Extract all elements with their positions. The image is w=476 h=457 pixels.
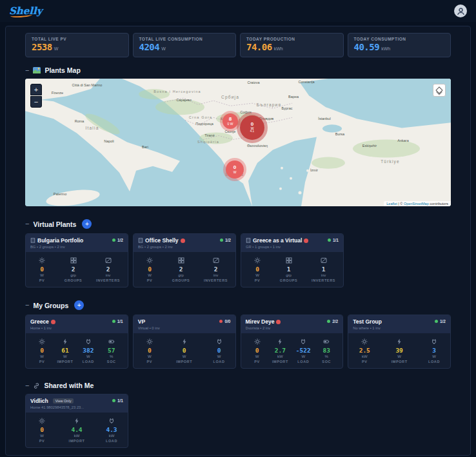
stat-pv: 2.5 kW PV	[356, 338, 373, 364]
stat-inverters: 2 inv INVERTERS	[204, 257, 228, 283]
portfolio-icon	[246, 238, 251, 243]
alert-icon	[276, 320, 281, 324]
shared-card-vidlich[interactable]: VidlichView Only Home 41.98029843578_23.…	[25, 394, 128, 448]
plant-cluster-marker[interactable]: 80 W	[223, 113, 238, 129]
collapse-button[interactable]: −	[25, 220, 29, 228]
groups-icon	[178, 257, 184, 264]
stat-pv: 0 W PV	[34, 257, 50, 283]
card-title: Test Group	[353, 318, 382, 325]
status-dot-icon	[435, 320, 438, 323]
map-thumbnail-icon	[33, 67, 41, 73]
card-subtitle: Dvorista • 2 inv	[246, 326, 281, 330]
map-canvas	[25, 79, 451, 206]
openstreetmap-link[interactable]: OpenStreetMap	[404, 202, 429, 206]
group-card-greece[interactable]: Greece Home • 1 inv 1/1 0 W PV 61 W IMPO…	[25, 315, 128, 369]
add-virtual-plant-button[interactable]: +	[82, 219, 92, 229]
group-card-test-group[interactable]: Test Group No where • 1 inv 1/2 2.5 kW P…	[348, 315, 451, 369]
stat-groups: 1 grp GROUPS	[280, 257, 297, 283]
online-badge: 0/0	[219, 319, 230, 324]
card-header: Office Shelly BG • 2 groups • 2 inv 1/2	[134, 234, 235, 252]
plug-icon	[85, 338, 92, 345]
card-subtitle: Virtual • 0 inv	[138, 326, 160, 330]
group-card-vp[interactable]: VP Virtual • 0 inv 0/0 0 W PV 0 W IMPORT	[133, 315, 236, 369]
card-subtitle: No where • 1 inv	[353, 326, 382, 330]
sun-icon	[146, 257, 153, 264]
plants-map[interactable]: Città di San MarinoFirenzeRomaItaliaNapo…	[25, 79, 451, 206]
stat-pv: 0 W PV	[141, 338, 158, 364]
card-header: Greece Home • 1 inv 1/1	[26, 315, 128, 333]
online-badge: 1/1	[112, 398, 123, 403]
collapse-button[interactable]: −	[25, 382, 29, 389]
virtual-plant-card-greece-as-a-virtual[interactable]: Greece as a Virtual GR • 1 groups • 1 in…	[241, 233, 344, 287]
bolt-icon	[277, 338, 283, 345]
section-virtual-plants-header: − Virtual Plants +	[25, 219, 451, 229]
card-title: Greece	[30, 318, 55, 325]
groups-icon	[70, 257, 77, 264]
stat-import: 4.4 kW IMPORT	[68, 418, 85, 443]
map-layers-button[interactable]	[433, 84, 446, 97]
stat-total-live-consumption: TOTAL LIVE CONSUMPTION 4204W	[133, 33, 237, 57]
inverter-icon	[213, 257, 219, 264]
shared-row: VidlichView Only Home 41.98029843578_23.…	[25, 394, 451, 448]
bolt-icon	[181, 338, 188, 345]
stat-value: 4204W	[139, 41, 230, 53]
card-header: Greece as a Virtual GR • 1 groups • 1 in…	[241, 234, 343, 252]
stat-today-production: TODAY PRODUCTION 74.06kWh	[240, 33, 344, 57]
card-stats: 0 W PV 2 grp GROUPS 2 inv INVERTERS	[134, 252, 235, 287]
stat-groups: 2 grp GROUPS	[64, 257, 82, 283]
card-header: Bulgaria Portfolio BG • 2 groups • 2 inv…	[26, 234, 128, 252]
inverter-icon	[105, 257, 112, 264]
status-dot-icon	[220, 238, 223, 242]
collapse-button[interactable]: −	[25, 67, 29, 74]
stat-total-live-pv: TOTAL LIVE PV 2538W	[25, 33, 129, 57]
status-dot-icon	[112, 320, 115, 323]
zoom-out-button[interactable]: −	[30, 96, 42, 108]
groups-icon	[286, 257, 292, 264]
card-header: Test Group No where • 1 inv 1/2	[348, 315, 450, 333]
stat-groups: 2 grp GROUPS	[172, 257, 190, 283]
map-attribution: Leaflet | © OpenStreetMap contributors	[384, 201, 451, 206]
card-title: Office Shelly	[138, 237, 185, 244]
link-icon	[33, 382, 40, 389]
section-title: Shared with Me	[44, 382, 94, 389]
leaflet-link[interactable]: Leaflet	[386, 202, 397, 206]
stat-value: 2538W	[32, 41, 123, 53]
stat-import: 2.7 kW IMPORT	[272, 338, 288, 364]
virtual-plant-card-office-shelly[interactable]: Office Shelly BG • 2 groups • 2 inv 1/2 …	[133, 233, 236, 287]
alert-icon	[181, 238, 185, 243]
alert-icon	[51, 320, 55, 324]
stat-pv: 0 W PV	[249, 338, 266, 364]
sun-icon	[254, 257, 261, 264]
add-group-button[interactable]: +	[74, 300, 84, 310]
virtual-plant-card-bulgaria-portfolio[interactable]: Bulgaria Portfolio BG • 2 groups • 2 inv…	[25, 233, 128, 287]
plug-icon	[216, 338, 223, 345]
card-title: VidlichView Only	[30, 398, 84, 404]
sun-icon	[254, 338, 261, 345]
group-card-mirev-deye[interactable]: Mirev Deye Dvorista • 2 inv 2/2 0 W PV 2…	[241, 315, 344, 369]
card-stats: 0 W PV 1 grp GROUPS 1 inv INVERTERS	[241, 252, 343, 287]
status-dot-icon	[219, 320, 223, 323]
virtual-plants-row: Bulgaria Portfolio BG • 2 groups • 2 inv…	[25, 233, 451, 287]
plug-icon	[108, 418, 115, 424]
sun-icon	[146, 338, 153, 345]
status-dot-icon	[328, 238, 331, 242]
plug-icon	[431, 338, 437, 345]
stat-load: 4.3 kW LOAD	[103, 418, 120, 443]
plant-cluster-marker[interactable]: 0W	[226, 160, 244, 179]
app-logo[interactable]: Shelly	[9, 5, 42, 17]
stat-pv: 0 W PV	[141, 257, 158, 283]
zoom-in-button[interactable]: +	[30, 84, 42, 95]
stat-load: -522 W LOAD	[295, 338, 312, 364]
sun-icon	[39, 418, 45, 424]
user-menu-button[interactable]	[454, 5, 467, 17]
card-stats: 0 W PV 4.4 kW IMPORT 4.3 kW LOAD	[26, 413, 128, 448]
bolt-icon	[396, 338, 402, 345]
stat-inverters: 2 inv INVERTERS	[96, 257, 120, 283]
collapse-button[interactable]: −	[25, 302, 29, 309]
card-title: Mirev Deye	[246, 318, 281, 325]
card-header: Mirev Deye Dvorista • 2 inv 2/2	[241, 315, 343, 333]
stat-import: 0 W IMPORT	[176, 338, 193, 364]
bolt-icon	[62, 338, 68, 345]
plant-cluster-marker[interactable]: 0W4.1	[240, 115, 264, 140]
stat-value: 74.06kWh	[246, 41, 337, 53]
